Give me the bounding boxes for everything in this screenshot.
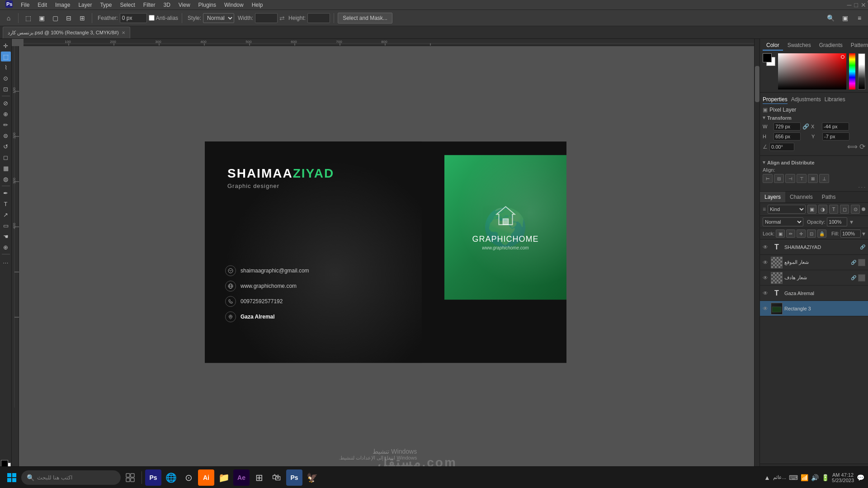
eyedropper-tool[interactable]: ⊘ — [1, 98, 11, 108]
history-tool[interactable]: ↺ — [1, 141, 11, 151]
transform-section[interactable]: Transform — [763, 115, 865, 121]
tab-close-icon[interactable]: ✕ — [122, 30, 125, 35]
align-right-btn[interactable]: ⊣ — [785, 174, 795, 183]
menu-plugins[interactable]: Plugins — [195, 1, 220, 9]
crop-tool[interactable]: ⊡ — [1, 84, 11, 94]
tab-properties[interactable]: Properties — [763, 95, 788, 104]
taskbar-notification-btn[interactable]: 💬 — [857, 474, 864, 481]
taskbar-app-chrome[interactable]: ⊙ — [180, 469, 197, 486]
blend-mode-select[interactable]: Normal — [763, 217, 803, 226]
minimize-btn[interactable]: ─ — [847, 1, 852, 9]
layer-link-3[interactable]: 🔗 — [851, 275, 856, 280]
taskbar-app-misc[interactable]: 🦅 — [304, 469, 320, 486]
menu-filter[interactable]: Filter — [140, 1, 159, 9]
height-input[interactable] — [307, 13, 330, 23]
arrange-btn[interactable]: ▣ — [839, 12, 851, 24]
feather-input[interactable] — [120, 13, 147, 23]
align-center-v-btn[interactable]: ⊠ — [808, 174, 818, 183]
align-left-btn[interactable]: ⊢ — [763, 174, 773, 183]
anti-alias-label[interactable]: Anti-alias — [149, 15, 178, 21]
style-select[interactable]: Normal — [203, 13, 234, 23]
maximize-btn[interactable]: □ — [854, 1, 858, 9]
home-btn[interactable]: ⌂ — [3, 12, 14, 24]
tab-channels[interactable]: Channels — [785, 192, 817, 202]
color-spectrum-slider[interactable] — [849, 53, 855, 89]
task-view-btn[interactable] — [122, 469, 138, 486]
layer-link-2[interactable]: 🔗 — [851, 260, 856, 265]
align-distribute-title[interactable]: Align and Distribute — [763, 160, 865, 165]
path-select-tool[interactable]: ↗ — [1, 210, 11, 220]
opacity-input[interactable] — [827, 217, 847, 226]
menu-file[interactable]: File — [17, 1, 33, 9]
hand-tool[interactable]: ☚ — [1, 231, 11, 241]
taskbar-arrow-icon[interactable]: ▲ — [764, 474, 770, 481]
layer-row-gaza[interactable]: 👁 T Gaza Alremal — [760, 286, 868, 301]
rect-select-btn[interactable]: ⬚ — [22, 12, 34, 24]
filter-smart-btn[interactable]: ⊙ — [851, 205, 860, 214]
canvas-area[interactable]: 100 200 300 400 500 600 700 800 100 — [12, 39, 760, 474]
w-input[interactable] — [774, 122, 801, 131]
menu-view[interactable]: View — [175, 1, 194, 9]
menu-edit[interactable]: Edit — [34, 1, 51, 9]
filter-shape-btn[interactable]: ◻ — [840, 205, 849, 214]
taskbar-app-after-effects[interactable]: Ae — [233, 469, 250, 486]
lock-artboard-btn[interactable]: ⊡ — [807, 230, 816, 238]
select-sub-btn[interactable]: ▢ — [49, 12, 61, 24]
taskbar-app-ps[interactable]: Ps — [145, 469, 161, 486]
menu-type[interactable]: Type — [96, 1, 115, 9]
color-tab-swatches[interactable]: Swatches — [784, 41, 815, 51]
color-tab-gradients[interactable]: Gradients — [816, 41, 846, 51]
taskbar-app-edge[interactable]: 🌐 — [163, 469, 179, 486]
more-options[interactable]: - - - — [763, 184, 865, 189]
h-input[interactable] — [774, 132, 801, 141]
y-input[interactable] — [822, 132, 849, 141]
color-gradient-picker[interactable] — [778, 53, 846, 89]
menu-window[interactable]: Window — [221, 1, 247, 9]
workspace-btn[interactable]: ≡ — [854, 12, 865, 24]
value-slider[interactable] — [858, 53, 865, 89]
pen-tool[interactable]: ✒ — [1, 188, 11, 198]
lock-move-btn[interactable]: ✛ — [797, 230, 806, 238]
taskbar-app-store[interactable]: 🛍 — [269, 469, 285, 486]
layer-eye-3[interactable]: 👁 — [763, 275, 769, 281]
lock-all-btn[interactable]: 🔒 — [817, 230, 826, 238]
layer-eye-4[interactable]: 👁 — [763, 290, 769, 296]
taskbar-app-file[interactable]: 📁 — [216, 469, 232, 486]
lock-transparent-btn[interactable]: ▣ — [776, 230, 785, 238]
anti-alias-checkbox[interactable] — [149, 15, 155, 21]
zoom-tool[interactable]: ⊕ — [1, 242, 11, 252]
align-top-btn[interactable]: ⊤ — [797, 174, 807, 183]
select-option-btn[interactable]: ⊞ — [76, 12, 88, 24]
taskbar-datetime[interactable]: AM 47:12 5/23/2023 — [832, 472, 854, 483]
menu-select[interactable]: Select — [116, 1, 138, 9]
taskbar-app-illustrator[interactable]: Ai — [198, 469, 214, 486]
search-icon-btn[interactable]: 🔍 — [825, 12, 836, 24]
shape-tool[interactable]: ▭ — [1, 221, 11, 230]
opacity-chevron[interactable]: ▾ — [850, 218, 853, 225]
close-btn[interactable]: ✕ — [861, 1, 866, 9]
layer-eye-2[interactable]: 👁 — [763, 259, 769, 266]
x-input[interactable] — [822, 122, 849, 131]
chain-icon[interactable]: 🔗 — [802, 123, 809, 130]
select-add-btn[interactable]: ▣ — [36, 12, 47, 24]
color-tab-color[interactable]: Color — [763, 41, 783, 51]
align-center-h-btn[interactable]: ⊟ — [774, 174, 784, 183]
filter-pixel-btn[interactable]: ▣ — [807, 205, 816, 214]
flip-h-icon[interactable]: ⟺ — [847, 142, 858, 151]
layer-row-shaimaaziyad[interactable]: 👁 T SHAIMAAZIYAD 🔗 — [760, 239, 868, 255]
fill-input[interactable] — [840, 230, 861, 238]
layer-eye-5[interactable]: 👁 — [763, 305, 769, 312]
lock-paint-btn[interactable]: ✏ — [786, 230, 795, 238]
clone-tool[interactable]: ⊜ — [1, 131, 11, 141]
color-swatch-pair[interactable] — [763, 53, 775, 66]
taskbar-search-bar[interactable]: 🔍 اكتب هنا للبحث — [21, 470, 121, 485]
select-mask-btn[interactable]: Select and Mask... — [338, 13, 392, 23]
menu-help[interactable]: Help — [248, 1, 267, 9]
spot-heal-tool[interactable]: ⊕ — [1, 109, 11, 119]
layer-link-1[interactable]: 🔗 — [860, 244, 865, 249]
angle-input[interactable] — [769, 143, 794, 151]
menu-ps[interactable]: Ps — [2, 0, 16, 10]
quick-select-tool[interactable]: ⊙ — [1, 73, 11, 83]
menu-image[interactable]: Image — [52, 1, 74, 9]
tab-paths[interactable]: Paths — [817, 192, 840, 202]
